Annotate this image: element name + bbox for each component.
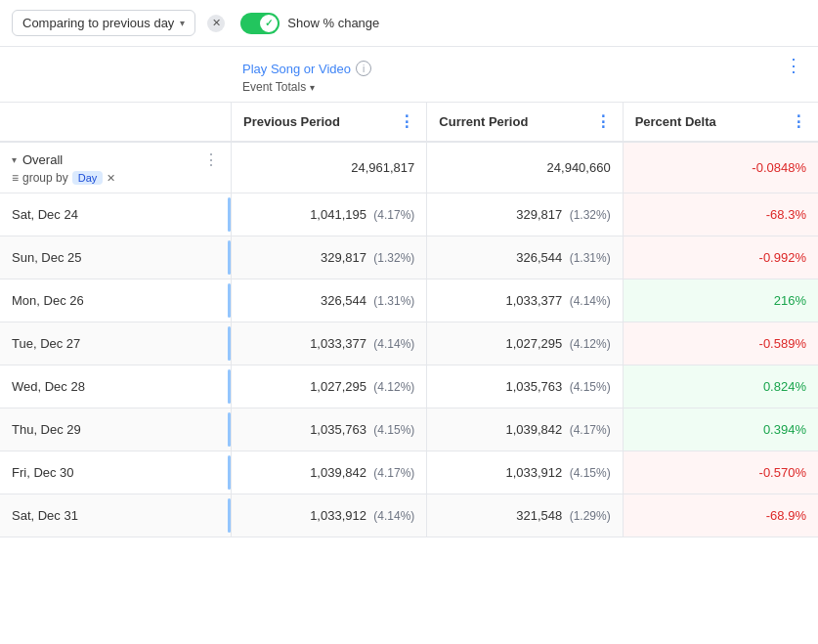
row-date-label: Thu, Dec 29 (12, 422, 81, 437)
row-label-cell: Mon, Dec 26 (0, 279, 231, 322)
row-prev-value: 1,027,295 (4.12%) (231, 365, 426, 408)
row-prev-number: 1,027,295 (310, 379, 366, 394)
percent-delta-label: Percent Delta (635, 114, 716, 129)
row-delta-cell: -0.570% (623, 451, 818, 494)
row-delta-value: -68.9% (766, 508, 806, 523)
row-prev-value: 326,544 (1.31%) (231, 279, 426, 322)
overall-label: Overall (22, 152, 63, 167)
row-curr-value: 321,548 (1.29%) (426, 494, 622, 537)
filter-icon: ≡ (12, 171, 19, 185)
curr-period-menu-icon[interactable]: ⋮ (595, 112, 611, 131)
close-icon: ✕ (212, 17, 221, 29)
info-icon[interactable]: i (356, 61, 371, 76)
row-prev-value: 1,041,195 (4.17%) (231, 193, 426, 236)
row-label-cell: Sat, Dec 24 (0, 193, 231, 236)
col-percent-delta: Percent Delta ⋮ (623, 103, 818, 141)
row-prev-pct: (4.12%) (370, 380, 414, 394)
row-label-cell: Wed, Dec 28 (0, 365, 231, 408)
toggle-track: ✓ (240, 13, 280, 34)
row-delta-cell: -0.992% (623, 236, 818, 279)
chevron-down-icon: ▾ (310, 82, 315, 93)
row-prev-pct: (4.17%) (370, 466, 414, 480)
overall-prev-number: 24,961,817 (351, 160, 414, 175)
row-delta-cell: -68.9% (623, 494, 818, 537)
song-section: Play Song or Video i Event Totals ▾ (242, 55, 371, 102)
row-delta-value: -0.992% (759, 250, 806, 265)
table-row: Sun, Dec 25 329,817 (1.32%) 326,544 (1.3… (0, 236, 818, 279)
row-prev-pct: (4.14%) (370, 337, 414, 351)
row-delta-value: -0.570% (759, 465, 806, 480)
expand-icon[interactable]: ▾ (12, 154, 17, 165)
table-row: Sat, Dec 31 1,033,912 (4.14%) 321,548 (1… (0, 494, 818, 537)
row-prev-value: 1,039,842 (4.17%) (231, 451, 426, 494)
row-prev-pct: (1.31%) (370, 294, 414, 308)
row-prev-value: 1,033,912 (4.14%) (231, 494, 426, 537)
prev-period-label: Previous Period (243, 114, 340, 129)
day-badge[interactable]: Day (72, 171, 104, 185)
row-delta-value: -68.3% (766, 207, 806, 222)
data-rows-container: Sat, Dec 24 1,041,195 (4.17%) 329,817 (1… (0, 193, 818, 537)
overall-curr-value: 24,940,660 (426, 143, 622, 193)
row-prev-number: 329,817 (321, 250, 366, 265)
row-curr-pct: (1.29%) (566, 509, 610, 523)
row-curr-value: 329,817 (1.32%) (426, 193, 622, 236)
row-prev-pct: (4.14%) (370, 509, 414, 523)
overall-menu-icon[interactable]: ⋮ (203, 150, 219, 169)
row-curr-number: 1,039,842 (505, 422, 562, 437)
compare-label: Comparing to previous day (22, 16, 174, 30)
sub-header: Play Song or Video i Event Totals ▾ ⋮ (0, 47, 818, 103)
row-curr-value: 1,027,295 (4.12%) (426, 322, 622, 365)
toggle-container: ✓ Show % change (240, 13, 379, 34)
overall-delta-value: -0.0848% (752, 160, 806, 175)
row-prev-number: 1,033,912 (310, 508, 366, 523)
row-label-cell: Fri, Dec 30 (0, 451, 231, 494)
percent-delta-menu-icon[interactable]: ⋮ (791, 112, 806, 131)
song-title-link[interactable]: Play Song or Video (242, 62, 351, 76)
row-curr-number: 326,544 (516, 250, 562, 265)
overall-curr-number: 24,940,660 (547, 160, 611, 175)
header-menu-icon[interactable]: ⋮ (781, 55, 806, 76)
show-change-toggle[interactable]: ✓ (240, 13, 280, 34)
row-delta-cell: 216% (623, 279, 818, 322)
remove-groupby-button[interactable]: ✕ (107, 172, 115, 185)
overall-delta-cell: -0.0848% (623, 143, 818, 193)
data-table: Previous Period ⋮ Current Period ⋮ Perce… (0, 103, 818, 537)
row-date-label: Tue, Dec 27 (12, 336, 80, 351)
song-row: Play Song or Video i (242, 55, 371, 76)
row-date-label: Fri, Dec 30 (12, 465, 74, 480)
row-label-cell: Tue, Dec 27 (0, 322, 231, 365)
overall-prev-value: 24,961,817 (231, 143, 426, 193)
row-curr-pct: (4.17%) (566, 423, 610, 437)
row-curr-number: 1,033,377 (505, 293, 562, 308)
row-delta-value: 216% (774, 293, 806, 308)
row-prev-pct: (4.17%) (370, 208, 414, 222)
row-curr-pct: (4.12%) (566, 337, 610, 351)
row-date-label: Sat, Dec 24 (12, 207, 78, 222)
event-totals-dropdown[interactable]: Event Totals ▾ (242, 76, 371, 102)
prev-period-menu-icon[interactable]: ⋮ (399, 112, 414, 131)
row-curr-number: 329,817 (516, 207, 562, 222)
row-curr-pct: (4.15%) (566, 466, 610, 480)
row-curr-number: 1,035,763 (505, 379, 562, 394)
col-previous-period: Previous Period ⋮ (231, 103, 426, 141)
check-icon: ✓ (265, 18, 273, 28)
row-delta-value: 0.824% (763, 379, 806, 394)
row-delta-cell: -0.589% (623, 322, 818, 365)
row-delta-value: -0.589% (759, 336, 806, 351)
row-curr-value: 1,039,842 (4.17%) (426, 408, 622, 451)
row-curr-number: 1,033,912 (505, 465, 562, 480)
row-label-cell: Sat, Dec 31 (0, 494, 231, 537)
row-date-label: Wed, Dec 28 (12, 379, 85, 394)
row-prev-value: 329,817 (1.32%) (231, 236, 426, 279)
table-row: Mon, Dec 26 326,544 (1.31%) 1,033,377 (4… (0, 279, 818, 322)
close-button[interactable]: ✕ (207, 15, 225, 32)
row-prev-number: 1,041,195 (310, 207, 366, 222)
row-curr-number: 1,027,295 (505, 336, 562, 351)
overall-top: ▾ Overall ⋮ (12, 150, 219, 169)
row-prev-pct: (4.15%) (370, 423, 414, 437)
compare-dropdown[interactable]: Comparing to previous day ▾ (12, 10, 195, 36)
overall-label-cell: ▾ Overall ⋮ ≡ group by Day ✕ (0, 143, 231, 193)
row-delta-cell: 0.394% (623, 408, 818, 451)
row-curr-pct: (4.14%) (566, 294, 610, 308)
row-curr-value: 1,033,377 (4.14%) (426, 279, 622, 322)
